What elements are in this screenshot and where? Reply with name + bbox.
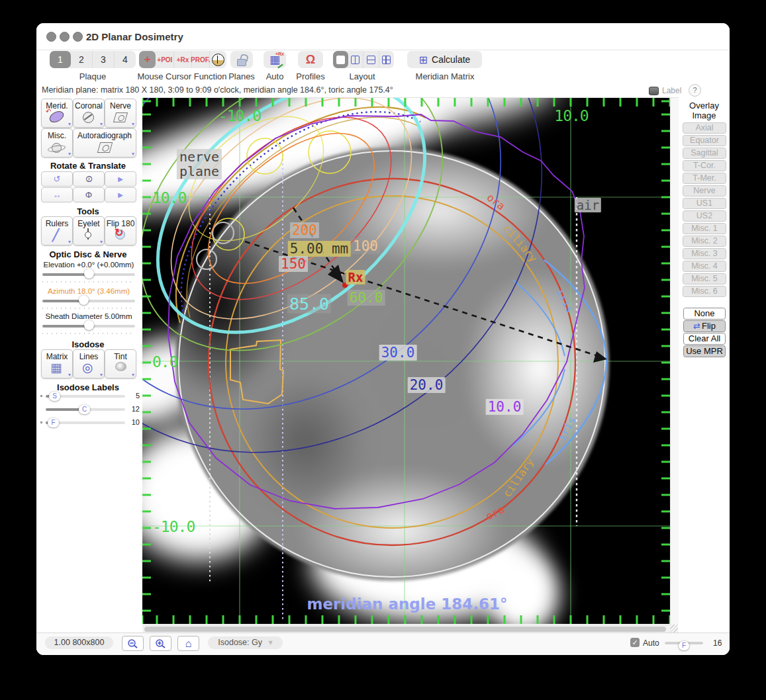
mouse-cursor-segmented-control: + +POI +Rx PROF. (139, 51, 226, 68)
cursor-add-rx-segment[interactable]: +Rx (174, 51, 191, 68)
profiles-button[interactable]: Ω (298, 51, 323, 68)
misc-button[interactable]: Misc. ▾ (41, 128, 73, 157)
horizontal-axis-icon: Θ (84, 175, 94, 182)
layout-quad-segment[interactable] (379, 51, 395, 68)
plaque-segment-3[interactable]: 3 (93, 51, 115, 68)
dosimetry-viewer[interactable]: -10.0 10.0 10.0 0.0 -10.0 nerve plane 20… (142, 98, 670, 624)
rotate-horizontal-button[interactable]: Θ (73, 171, 105, 187)
flip-180-button[interactable]: Flip 180 ↻ (105, 216, 136, 245)
font-size-value: 16 (713, 638, 722, 648)
font-size-slider[interactable]: F (665, 637, 703, 648)
overlay-button-misc2[interactable]: Misc. 2 (683, 236, 726, 247)
left-panel: Merid. ↶ ▾ Coronal ▾ Nerve ▾ Misc. ▾ (36, 97, 142, 625)
isodose-label-150: 150 (279, 256, 308, 272)
sheath-slider[interactable] (42, 321, 135, 330)
coronal-button[interactable]: Coronal ▾ (73, 99, 105, 128)
cursor-add-poi-segment[interactable]: +POI (156, 51, 174, 68)
chevron-down-icon: ▾ (132, 151, 134, 157)
overlay-button-nerve[interactable]: Nerve (683, 185, 726, 197)
rotate-play-button[interactable]: ▶ (105, 171, 136, 187)
plaque-segment-4[interactable]: 4 (115, 51, 136, 68)
overlay-button-misc4[interactable]: Misc. 4 (683, 261, 726, 272)
overlay-button-axial[interactable]: Axial (683, 122, 726, 134)
isodose-label-100: 100 (351, 238, 380, 254)
cursor-compass-segment[interactable] (210, 51, 226, 68)
nerve-button[interactable]: Nerve ▾ (105, 99, 136, 128)
isodose-tint-button[interactable]: Tint ▾ (105, 349, 136, 378)
overlay-button-t-cor[interactable]: T-Cor. (683, 160, 726, 171)
isodose-label-30: 30.0 (379, 345, 417, 361)
overlay-button-misc1[interactable]: Misc. 1 (683, 223, 726, 234)
overlay-button-misc5[interactable]: Misc. 5 (683, 273, 726, 284)
layout-two-row-segment[interactable] (363, 51, 379, 68)
overlay-button-equator[interactable]: Equator (683, 135, 726, 146)
calculate-button[interactable]: ⊞ Calculate (407, 51, 482, 68)
elevation-slider-thumb[interactable] (84, 269, 94, 279)
overlay-button-misc3[interactable]: Misc. 3 (683, 248, 726, 259)
elevation-label: Elevation +0.0° (+0.00mm) (41, 261, 136, 269)
elevation-slider[interactable] (42, 269, 135, 279)
sheath-slider-thumb[interactable] (84, 320, 94, 330)
cursor-profile-segment[interactable]: PROF. (192, 51, 210, 68)
overlay-button-t-mer[interactable]: T-Mer. (683, 173, 726, 184)
isodose-units-dropdown[interactable]: Isodose: Gy ▾ (208, 636, 283, 649)
play-icon: ▶ (118, 175, 123, 183)
vertical-axis-button[interactable]: Φ (73, 187, 105, 202)
isodose-label-slider-s[interactable]: S 5 (40, 391, 140, 402)
bottom-bar: 1.00 800x800 ⌂ Isodose: Gy ▾ ✓ Auto F 16 (36, 633, 730, 655)
rotate-ccw-button[interactable]: ↺ (41, 171, 73, 187)
isodose-matrix-button[interactable]: Matrix ▦ ▾ (41, 349, 73, 378)
font-size-slider-thumb[interactable]: F (679, 641, 689, 650)
translate-horizontal-button[interactable]: ↔ (41, 187, 73, 202)
layout-two-col-segment[interactable] (348, 51, 364, 68)
minimize-window-icon[interactable] (60, 32, 70, 42)
azimuth-slider[interactable] (42, 296, 135, 305)
isodose-label-slider-f[interactable]: F 10 (40, 417, 140, 428)
sheath-label: Sheath Diameter 5.00mm (41, 312, 136, 320)
planes-button[interactable] (230, 51, 253, 68)
zoom-in-button[interactable] (150, 636, 171, 651)
plaque-segment-1[interactable]: 1 (50, 51, 71, 68)
vertical-scrollbar[interactable] (670, 98, 679, 625)
slider-value-f: 10 (132, 418, 140, 426)
label-icon[interactable] (649, 87, 659, 95)
layout-single-segment[interactable] (333, 51, 348, 68)
cursor-crosshair-segment[interactable]: + (139, 51, 156, 68)
home-view-button[interactable]: ⌂ (177, 636, 199, 651)
zoom-out-button[interactable] (122, 636, 144, 651)
zoom-window-icon[interactable] (73, 32, 83, 42)
overlay-flip-button[interactable]: ⇄Flip (683, 320, 726, 332)
overlay-button-us1[interactable]: US1 (683, 198, 726, 209)
auto-checkbox[interactable]: ✓ (630, 638, 640, 647)
rulers-button[interactable]: Rulers ╱ ▾ (41, 216, 73, 245)
overlay-button-us2[interactable]: US2 (683, 210, 726, 222)
plaque-segmented-control: 1 2 3 4 (50, 51, 136, 68)
help-button[interactable]: ? (689, 84, 701, 97)
label-toggle[interactable]: Label (662, 86, 681, 95)
horizontal-scrollbar-thumb[interactable] (144, 627, 666, 632)
autoradiograph-button[interactable]: Autoradiograph ▾ (73, 128, 136, 157)
overlay-button-sagittal[interactable]: Sagittal (683, 148, 726, 159)
close-window-icon[interactable] (46, 32, 56, 42)
overlay-none-button[interactable]: None (683, 308, 726, 320)
translate-play-button[interactable]: ▶ (105, 187, 136, 202)
overlay-clear-all-button[interactable]: Clear All (683, 333, 726, 345)
overlay-button-misc6[interactable]: Misc. 6 (683, 286, 726, 297)
isodose-label-slider-c[interactable]: C 12 (40, 404, 140, 415)
slider-thumb-f[interactable]: F (48, 418, 59, 427)
zoom-info-button[interactable]: 1.00 800x800 (45, 636, 113, 649)
azimuth-slider-thumb[interactable] (79, 295, 89, 305)
coronal-sphere-icon (83, 112, 94, 123)
x-axis-label: -10.0 (218, 107, 261, 124)
isodose-lines-button[interactable]: Lines ◎ ▾ (73, 349, 105, 378)
overlay-use-mpr-button[interactable]: Use MPR (683, 345, 726, 357)
slider-thumb-c[interactable]: C (79, 405, 90, 414)
resize-grip[interactable] (670, 625, 678, 633)
merid-button[interactable]: Merid. ↶ ▾ (41, 99, 73, 128)
eyelet-button[interactable]: Eyelet ▾ (73, 216, 105, 245)
flip-180-arrow-icon: ↻ (115, 226, 123, 239)
chevron-down-icon: ▾ (100, 372, 103, 378)
plaque-segment-2[interactable]: 2 (71, 51, 93, 68)
slider-thumb-s[interactable]: S (49, 392, 60, 401)
auto-button[interactable]: ▦ +Rx (263, 51, 286, 68)
